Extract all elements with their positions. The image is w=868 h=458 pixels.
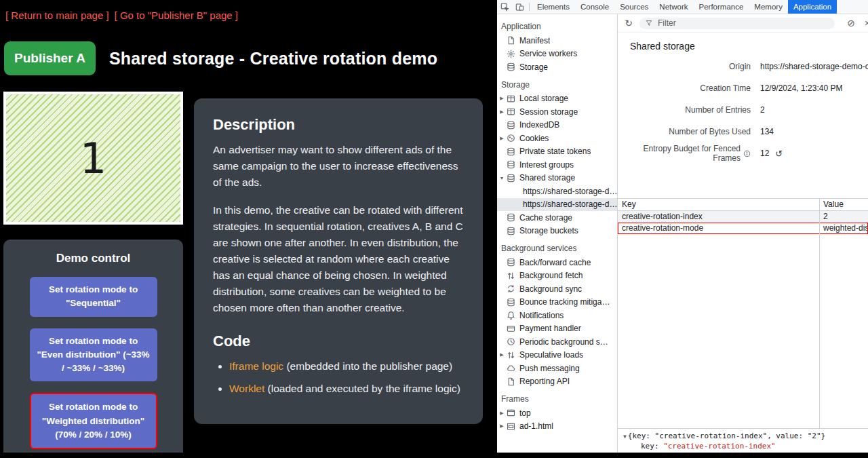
tree-item-payment-handler[interactable]: Payment handler — [497, 322, 617, 336]
table-rows: creative-rotation-index2creative-rotatio… — [618, 211, 868, 234]
tree-item-storage-buckets[interactable]: Storage buckets — [497, 225, 617, 238]
tree-item-local-storage[interactable]: ▶Local storage — [497, 92, 617, 106]
iframe-logic-link[interactable]: Iframe logic — [229, 360, 283, 372]
filter-box[interactable] — [639, 18, 835, 29]
database-icon — [507, 258, 515, 267]
tree-item-top[interactable]: ▶top — [497, 406, 617, 420]
field-value: 12↺ — [760, 149, 783, 159]
demo-buttons: Set rotation mode to "Sequential"Set rot… — [16, 277, 171, 449]
tab-console[interactable]: Console — [575, 0, 614, 14]
tree-item-label: Reporting API — [519, 377, 570, 386]
field-label-text: Creation Time — [700, 83, 751, 93]
clock-icon — [507, 337, 515, 346]
tree-item-storage[interactable]: Storage — [497, 60, 617, 74]
description-paragraph: An advertiser may want to show different… — [213, 142, 464, 191]
field-label-text: Number of Entries — [685, 105, 751, 115]
tab-memory[interactable]: Memory — [749, 0, 788, 14]
table-icon — [507, 107, 515, 116]
tree-item-service-workers[interactable]: Service workers — [497, 47, 617, 61]
tree-item-push-messaging[interactable]: Push messaging — [497, 362, 617, 375]
tree-item-background-sync[interactable]: Background sync — [497, 282, 617, 296]
filter-input[interactable] — [656, 18, 829, 28]
tree-item-background-fetch[interactable]: Background fetch — [497, 269, 617, 283]
return-main-link[interactable]: [ Return to main page ] — [5, 9, 109, 21]
refresh-icon[interactable]: ↻ — [623, 18, 634, 28]
tree-item-back-forward-cache[interactable]: Back/forward cache — [497, 256, 617, 269]
field-value: 2 — [760, 105, 765, 115]
tree-item-https-shared-storage-d[interactable]: https://shared-storage-d… — [497, 185, 617, 198]
tree-item-shared-storage[interactable]: ▼Shared storage — [497, 172, 617, 185]
preview-key: key — [641, 442, 654, 451]
inspect-icon[interactable] — [497, 3, 512, 12]
column-divider[interactable] — [819, 199, 820, 428]
tree-item-periodic-background-s[interactable]: Periodic background s… — [497, 335, 617, 349]
close-icon[interactable]: × — [862, 18, 868, 28]
screenshot-root: [ Return to main page ][ Go to "Publishe… — [0, 0, 868, 458]
chevron-right-icon[interactable]: ▶ — [497, 423, 507, 429]
tree-item-label: Interest groups — [519, 160, 574, 170]
cloud-icon — [507, 364, 515, 373]
chevron-right-icon[interactable]: ▶ — [497, 352, 507, 358]
tab-application[interactable]: Application — [788, 0, 837, 14]
tree-item-manifest[interactable]: Manifest — [497, 34, 617, 47]
tree-item-https-shared-storage-d[interactable]: https://shared-storage-d… — [497, 198, 617, 212]
tab-performance[interactable]: Performance — [694, 0, 749, 14]
set-weighted-distribution-button[interactable]: Set rotation mode to "Weighted distribut… — [30, 393, 157, 449]
tab-network[interactable]: Network — [654, 0, 693, 14]
chevron-right-icon[interactable]: ▶ — [497, 109, 507, 115]
preview-value: "creative-rotation-index" — [663, 442, 776, 451]
tree-item-label: Cache storage — [519, 213, 572, 223]
tree-item-indexeddb[interactable]: IndexedDB — [497, 119, 617, 132]
tree-item-label: ad-1.html — [519, 421, 553, 431]
preview-entry: key: "creative-rotation-index" — [623, 442, 863, 451]
tree-item-interest-groups[interactable]: Interest groups — [497, 158, 617, 172]
worklet-link[interactable]: Worklet — [229, 383, 264, 394]
doc-icon — [507, 377, 515, 386]
caret-down-icon[interactable]: ▼ — [623, 434, 627, 440]
block-icon[interactable]: ⊘ — [846, 18, 856, 28]
chevron-right-icon[interactable]: ▶ — [497, 136, 507, 141]
tree-item-session-storage[interactable]: ▶Session storage — [497, 105, 617, 119]
column-header-key[interactable]: Key — [618, 199, 819, 210]
field-creation-time: Creation Time12/9/2024, 1:23:40 PM — [618, 77, 868, 99]
tree-item-bounce-tracking-mitiga[interactable]: Bounce tracking mitiga… — [497, 296, 617, 309]
description-paragraphs: An advertiser may want to show different… — [213, 142, 464, 316]
tree-item-label: Speculative loads — [519, 350, 583, 360]
publisher-page: [ Return to main page ][ Go to "Publishe… — [0, 0, 497, 458]
chevron-down-icon[interactable]: ▼ — [497, 176, 507, 180]
device-toolbar-icon[interactable] — [512, 3, 527, 12]
frame-icon — [507, 408, 515, 417]
database-icon — [507, 227, 515, 235]
chevron-right-icon[interactable]: ▶ — [497, 411, 507, 416]
field-label: Number of Entries — [618, 105, 751, 115]
field-label: Number of Bytes Used — [618, 127, 751, 136]
tab-elements[interactable]: Elements — [532, 0, 575, 14]
payment-icon — [507, 324, 515, 333]
tree-item-reporting-api[interactable]: Reporting API — [497, 375, 617, 389]
section-title-storage: Storage — [497, 74, 617, 92]
tree-item-label: Background fetch — [519, 271, 583, 280]
ad-creative-frame[interactable]: 1 — [3, 92, 183, 225]
field-label: Entropy Budget for Fenced Frames — [618, 144, 751, 163]
set-sequential-button[interactable]: Set rotation mode to "Sequential" — [30, 277, 157, 317]
tree-item-label: Storage buckets — [519, 226, 578, 235]
reset-budget-icon[interactable]: ↺ — [775, 149, 783, 159]
table-row-creative-rotation-mode[interactable]: creative-rotation-modeweighted-distribut… — [618, 223, 868, 234]
field-value-text: 12/9/2024, 1:23:40 PM — [760, 83, 842, 93]
set-even-distribution-button[interactable]: Set rotation mode to "Even distribution"… — [30, 328, 157, 382]
code-item-rest: (embedded into the publisher page) — [283, 360, 452, 372]
tree-item-private-state-tokens[interactable]: Private state tokens — [497, 145, 617, 159]
publisher-b-link[interactable]: [ Go to "Publisher B" page ] — [115, 9, 238, 21]
chevron-right-icon[interactable]: ▶ — [497, 96, 507, 101]
tree-item-cookies[interactable]: ▶Cookies — [497, 132, 617, 145]
database-icon — [507, 160, 515, 169]
column-header-value[interactable]: Value — [819, 199, 868, 210]
tree-item-notifications[interactable]: Notifications — [497, 309, 617, 322]
tree-item-cache-storage[interactable]: Cache storage — [497, 211, 617, 225]
metadata-fields: Originhttps://shared-storage-demo-coCrea… — [618, 56, 868, 164]
table-row-creative-rotation-index[interactable]: creative-rotation-index2 — [618, 211, 868, 223]
tree-item-speculative-loads[interactable]: ▶Speculative loads — [497, 349, 617, 362]
tree-item-ad-1-html[interactable]: ▶ad-1.html — [497, 420, 617, 434]
tab-sources[interactable]: Sources — [614, 0, 654, 14]
preview-summary-line: ▼{key: "creative-rotation-index", value:… — [623, 432, 863, 442]
